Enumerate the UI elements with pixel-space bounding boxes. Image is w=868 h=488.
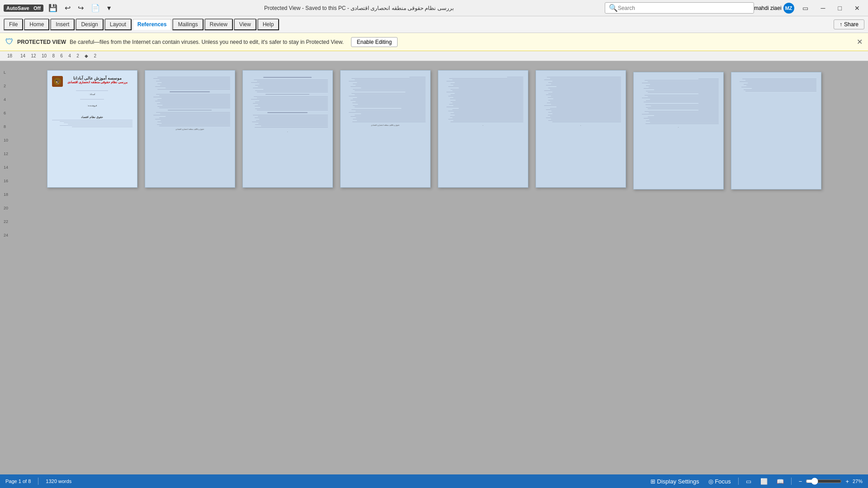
page-thumb-3[interactable]: ـ (242, 70, 333, 188)
word-count: 1320 words (46, 479, 71, 484)
page5-content: ـ (443, 77, 523, 127)
undo-button[interactable]: ↩ (62, 2, 73, 14)
share-button[interactable]: ↑ Share (834, 19, 864, 29)
maximize-button[interactable]: □ (834, 3, 846, 14)
page1-logo-area: موسسه آموزش عالی آبادانا بررسی نظام حقوق… (52, 76, 133, 87)
ruler-mark: 12 (31, 53, 36, 58)
tab-review[interactable]: Review (204, 19, 233, 30)
ruler-mark: 2 (76, 53, 79, 58)
emblem-icon: 🦅 (53, 77, 62, 86)
tab-references[interactable]: References (133, 19, 172, 30)
focus-button[interactable]: ◎ Focus (707, 477, 733, 486)
page6-content: ـ (541, 77, 621, 127)
tab-help[interactable]: Help (257, 19, 280, 30)
file-icon[interactable]: 📄 (89, 2, 102, 14)
separator-2 (738, 478, 739, 485)
ribbon-tabs: File Home Insert Design Layout Reference… (0, 16, 868, 33)
ruler-mark: 6 (60, 53, 63, 58)
page-thumb-4[interactable]: حقوق و تکالیف منطقه انحصاری اقتصادی (340, 70, 431, 188)
user-info: mahdi ziaei MZ (754, 3, 794, 14)
ruler-center-mark: ◆ (85, 53, 88, 58)
ribbon-display-button[interactable]: ▭ (798, 3, 813, 14)
display-settings-icon: ⊞ (650, 478, 655, 485)
page7-content: ـ (638, 79, 719, 128)
zoom-in-button[interactable]: + (844, 477, 851, 486)
print-layout-button[interactable]: ▭ (744, 477, 753, 486)
separator-3 (791, 478, 792, 485)
display-settings-button[interactable]: ⊞ Display Settings (649, 477, 701, 486)
search-box[interactable]: 🔍 (605, 2, 754, 14)
zoom-slider[interactable] (806, 478, 842, 485)
page3-content: ـ (247, 77, 328, 133)
protected-view-message: Be careful—files from the Internet can c… (70, 39, 344, 45)
tab-mailings[interactable]: Mailings (172, 19, 203, 30)
web-layout-button[interactable]: ⬜ (759, 477, 769, 486)
customize-button[interactable]: ▾ (105, 2, 113, 14)
user-name: mahdi ziaei (754, 5, 782, 11)
page1-subtitle: استاد: فروشنده: (52, 90, 133, 107)
tab-view[interactable]: View (234, 19, 256, 30)
tab-home[interactable]: Home (24, 19, 49, 30)
page4-content: حقوق و تکالیف منطقه انحصاری اقتصادی (345, 77, 426, 127)
title-bar: AutoSave Off 💾 ↩ ↪ 📄 ▾ بررسی نظام حقوقی … (0, 0, 868, 16)
focus-icon: ◎ (708, 478, 713, 485)
ruler-mark: 4 (68, 53, 71, 58)
ruler-mark: 14 (20, 53, 25, 58)
page-thumb-2[interactable]: حقوق و تکالیف منطقه انحصاری اقتصادی (145, 70, 235, 188)
tab-insert[interactable]: Insert (50, 19, 75, 30)
read-mode-button[interactable]: 📖 (775, 477, 786, 486)
zoom-control: − + 27% (797, 477, 863, 486)
ruler-mark: 18 (7, 53, 12, 58)
protected-view-bar: 🛡 PROTECTED VIEW Be careful—files from t… (0, 33, 868, 51)
search-input[interactable] (618, 5, 750, 11)
save-button[interactable]: 💾 (46, 2, 60, 14)
ruler: 18 14 12 10 8 6 4 2 ◆ 2 (0, 51, 868, 61)
ruler-mark: 2 (94, 53, 96, 58)
tab-layout[interactable]: Layout (104, 19, 132, 30)
vertical-ruler: L 2 4 6 8 10 12 14 16 18 20 22 24 (4, 70, 8, 237)
separator-1 (38, 478, 38, 485)
page8-content (736, 79, 816, 91)
title-bar-right: mahdi ziaei MZ ▭ ─ □ ✕ (754, 3, 864, 14)
status-bar: Page 1 of 8 1320 words ⊞ Display Setting… (0, 474, 868, 488)
share-icon: ↑ (840, 21, 842, 28)
minimize-button[interactable]: ─ (816, 3, 830, 14)
protected-view-badge: PROTECTED VIEW (17, 39, 66, 45)
enable-editing-button[interactable]: Enable Editing (351, 37, 398, 47)
page1-emblem: 🦅 (52, 76, 63, 87)
protected-view-close-button[interactable]: ✕ (857, 38, 863, 46)
page-thumb-1[interactable]: موسسه آموزش عالی آبادانا بررسی نظام حقوق… (47, 70, 138, 188)
zoom-out-button[interactable]: − (797, 477, 804, 486)
redo-button[interactable]: ↪ (76, 2, 86, 14)
protected-view-icon: 🛡 (5, 37, 14, 47)
page1-title: موسسه آموزش عالی آبادانا بررسی نظام حقوق… (63, 76, 133, 84)
autosave-badge[interactable]: AutoSave Off (4, 5, 43, 12)
document-canvas: L 2 4 6 8 10 12 14 16 18 20 22 24 موسسه … (0, 61, 868, 475)
title-bar-left: AutoSave Off 💾 ↩ ↪ 📄 ▾ (4, 2, 113, 14)
page-thumb-7[interactable]: ـ (633, 72, 724, 190)
page2-content: حقوق و تکالیف منطقه انحصاری اقتصادی (150, 77, 230, 131)
tab-file[interactable]: File (4, 19, 23, 30)
ruler-mark: 10 (42, 53, 47, 58)
page-info: Page 1 of 8 (5, 479, 31, 484)
ribbon: File Home Insert Design Layout Reference… (0, 16, 868, 33)
svg-text:🦅: 🦅 (55, 79, 60, 85)
tab-design[interactable]: Design (76, 19, 103, 30)
page-thumbnails: موسسه آموزش عالی آبادانا بررسی نظام حقوق… (47, 70, 821, 190)
search-icon: 🔍 (609, 4, 618, 12)
page-thumb-6[interactable]: ـ (536, 70, 626, 188)
page-thumb-5[interactable]: ـ (438, 70, 528, 188)
document-title: بررسی نظام حقوقی منطقه انحصاری اقتصادی -… (113, 5, 605, 11)
page-thumb-8[interactable] (731, 72, 821, 190)
user-avatar[interactable]: MZ (783, 3, 794, 14)
zoom-level: 27% (853, 479, 863, 484)
ruler-mark: 8 (52, 53, 55, 58)
status-right: ⊞ Display Settings ◎ Focus ▭ ⬜ 📖 − + 27% (649, 477, 863, 486)
page1-section: حقوق نظام اقتصاد (52, 116, 133, 127)
close-button[interactable]: ✕ (850, 3, 864, 14)
